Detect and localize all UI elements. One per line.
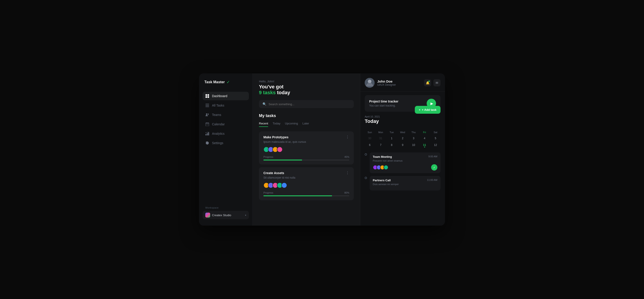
dashboard-icon (205, 94, 209, 98)
sidebar: Task Master ✓ Dashboard (199, 73, 253, 226)
svg-rect-15 (208, 132, 209, 135)
workspace-label: Workspace (202, 206, 249, 209)
calendar-icon (205, 122, 209, 126)
cal-day[interactable]: 8 (386, 142, 397, 148)
cal-day[interactable]: 1 (386, 135, 397, 141)
cal-day[interactable]: 10 (408, 142, 418, 148)
notifications-button[interactable]: 🔔 (424, 79, 431, 86)
cal-header-fri: Fri (420, 130, 430, 135)
tab-upcoming[interactable]: Upcoming (285, 122, 298, 127)
svg-point-20 (368, 80, 372, 83)
event-card: Team Meeting 9:00 AM Posuere non amet vi… (370, 152, 440, 173)
event-time: 11:00 AM (427, 179, 438, 181)
tasks-header: My tasks (259, 113, 354, 118)
task-card: Create Assets ⋮ Sit ullamcorper id nisi … (259, 167, 354, 200)
svg-rect-14 (207, 133, 208, 135)
play-icon: ▶ (430, 101, 433, 106)
sidebar-item-analytics[interactable]: Analytics (202, 129, 249, 138)
add-task-button[interactable]: + + Add task (415, 106, 440, 114)
event-avatars (373, 165, 387, 170)
mail-icon: ✉ (436, 81, 438, 85)
event-item: Team Meeting 9:00 AM Posuere non amet vi… (365, 152, 440, 173)
task-menu-icon[interactable]: ⋮ (346, 171, 349, 175)
cal-day[interactable]: 4 (420, 135, 430, 141)
progress-percent: 80% (344, 191, 349, 194)
cal-day-today[interactable]: 11 (420, 142, 430, 148)
cal-day[interactable]: 31 (376, 135, 386, 141)
cal-day[interactable]: 7 (376, 142, 386, 148)
cal-day[interactable]: 5 (430, 135, 440, 141)
svg-rect-6 (206, 107, 209, 107)
avatar (384, 165, 388, 170)
svg-point-8 (208, 114, 209, 115)
svg-rect-1 (208, 94, 209, 96)
tasks-list: Make Prototypes ⋮ Ipsum malesuada id ac,… (259, 131, 354, 200)
calendar-grid: Sun Mon Tue Wed Thu Fri Sat 30 31 1 2 3 … (365, 130, 440, 148)
event-desc: Posuere non amet vivamus (373, 159, 438, 162)
task-desc: Sit ullamcorper id nisi nulla (264, 176, 349, 179)
task-avatars (264, 147, 349, 152)
logo: Task Master ✓ (202, 80, 249, 85)
complete-button[interactable]: ✓ (431, 164, 438, 171)
tracker-subtitle: You can start tracking. (369, 104, 398, 107)
cal-day[interactable]: 2 (398, 135, 408, 141)
cal-day[interactable]: 6 (365, 142, 375, 148)
cal-header-mon: Mon (376, 130, 386, 135)
workspace-name: Createx Studio (212, 213, 243, 217)
search-bar: 🔍 (259, 100, 354, 108)
sidebar-item-label: Teams (212, 113, 221, 117)
svg-rect-13 (206, 134, 206, 135)
sidebar-item-settings[interactable]: Settings (202, 139, 249, 147)
logo-check-icon: ✓ (226, 80, 230, 85)
events-list: Team Meeting 9:00 AM Posuere non amet vi… (365, 152, 440, 190)
sidebar-item-label: Dashboard (212, 94, 228, 98)
cal-day[interactable]: 12 (430, 142, 440, 148)
search-input[interactable] (268, 103, 350, 106)
cal-day[interactable]: 3 (408, 135, 418, 141)
cal-header-tue: Tue (386, 130, 397, 135)
chart-icon (205, 132, 209, 136)
cal-header-wed: Wed (398, 130, 408, 135)
workspace-section: Workspace Createx Studio ▾ (202, 203, 249, 219)
sidebar-item-label: Calendar (212, 122, 225, 126)
progress-label: Progress (264, 156, 273, 158)
cal-header-thu: Thu (408, 130, 418, 135)
tab-today[interactable]: Today (272, 122, 280, 127)
task-title: Make Prototypes (264, 135, 288, 139)
tab-later[interactable]: Later (302, 122, 309, 127)
svg-rect-11 (208, 122, 208, 123)
cal-day[interactable]: 30 (365, 135, 375, 141)
app-container: Task Master ✓ Dashboard (199, 73, 445, 226)
app-name: Task Master (204, 80, 225, 84)
svg-point-18 (208, 132, 209, 132)
svg-rect-3 (208, 96, 209, 98)
list-icon (205, 103, 209, 107)
event-desc: Duis aenean mi semper (373, 183, 438, 186)
sidebar-item-calendar[interactable]: Calendar (202, 120, 249, 128)
progress-label: Progress (264, 191, 273, 194)
search-icon: 🔍 (262, 102, 266, 106)
svg-point-17 (207, 132, 208, 133)
task-menu-icon[interactable]: ⋮ (346, 135, 349, 139)
svg-rect-0 (206, 94, 207, 96)
messages-button[interactable]: ✉ (433, 79, 440, 86)
gear-icon (205, 141, 209, 145)
workspace-selector[interactable]: Createx Studio ▾ (202, 211, 249, 219)
avatar (277, 147, 283, 152)
greeting-large: You've got 9 tasks today (259, 84, 354, 96)
event-time: 9:00 AM (428, 155, 438, 158)
progress-bar-bg (264, 160, 349, 160)
event-dot (365, 153, 367, 156)
sidebar-item-teams[interactable]: Teams (202, 111, 249, 119)
calendar-section: April 10, 2021 Today + + Add task Sun Mo… (360, 115, 445, 226)
notification-dot (428, 81, 430, 82)
svg-rect-12 (206, 124, 209, 124)
calendar-date-label: April 10, 2021 (365, 115, 380, 118)
user-header: John Doe UI/UX Designer 🔔 ✉ (360, 73, 445, 92)
sidebar-item-dashboard[interactable]: Dashboard (202, 92, 249, 100)
sidebar-item-all-tasks[interactable]: All Tasks (202, 101, 249, 110)
cal-day[interactable]: 9 (398, 142, 408, 148)
tab-recent[interactable]: Recent (259, 122, 268, 127)
task-card: Make Prototypes ⋮ Ipsum malesuada id ac,… (259, 131, 354, 164)
avatar (281, 182, 287, 188)
